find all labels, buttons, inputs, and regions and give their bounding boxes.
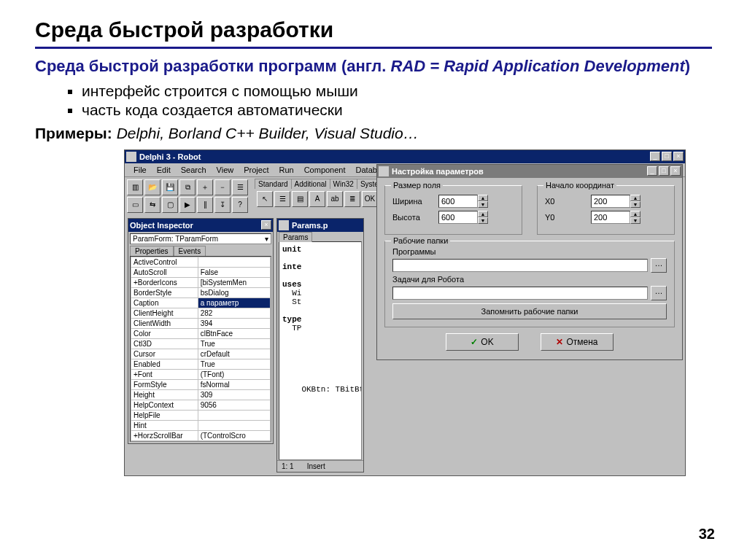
editor-statusbar: 1: 1 Insert xyxy=(277,460,363,472)
tb-help-icon[interactable]: ? xyxy=(232,197,248,213)
object-inspector: Object Inspector × ParamForm: TParamForm… xyxy=(128,218,274,444)
spin-down-icon[interactable]: ▼ xyxy=(630,217,640,224)
spin-up-icon[interactable]: ▲ xyxy=(478,195,488,201)
maximize-icon[interactable]: □ xyxy=(662,152,672,161)
property-row[interactable]: HelpFile xyxy=(131,410,271,420)
menu-view[interactable]: View xyxy=(212,165,239,175)
cancel-button[interactable]: ✕Отмена xyxy=(541,333,614,351)
tab-win32[interactable]: Win32 xyxy=(330,179,357,189)
property-row[interactable]: BorderStylebsDialog xyxy=(131,287,271,298)
spin-up-icon[interactable]: ▲ xyxy=(478,211,488,217)
inspector-title: Object Inspector xyxy=(130,221,261,230)
menu-run[interactable]: Run xyxy=(274,165,298,175)
form-max-icon[interactable]: □ xyxy=(659,166,669,176)
kw-interface: inte xyxy=(282,262,301,271)
code-area[interactable]: unit inte uses Wi St type TP OKBtn: TBit… xyxy=(279,241,362,460)
menu-component[interactable]: Component xyxy=(300,165,350,175)
chevron-down-icon[interactable]: ▾ xyxy=(265,235,268,243)
property-row[interactable]: Captionа параметр xyxy=(131,298,271,308)
property-row[interactable]: HelpContext9056 xyxy=(131,400,271,410)
browse-programs-button[interactable]: … xyxy=(651,258,667,273)
property-row[interactable]: +BorderIcons[biSystemMen xyxy=(131,277,271,287)
menu-project[interactable]: Project xyxy=(239,165,273,175)
tb-save-icon[interactable]: 💾 xyxy=(162,179,178,195)
kw-uses: uses xyxy=(282,280,301,289)
tab-additional[interactable]: Additional xyxy=(291,179,330,189)
pal-arrow-icon[interactable]: ↖ xyxy=(257,191,273,207)
tb-add-icon[interactable]: ＋ xyxy=(197,179,213,195)
input-tasks-path[interactable] xyxy=(392,287,648,300)
ide-titlebar[interactable]: Delphi 3 - Robot _ □ × xyxy=(125,150,685,163)
pal-edit-icon[interactable]: ab xyxy=(327,191,343,207)
property-row[interactable]: AutoScrollFalse xyxy=(131,267,271,277)
property-row[interactable]: ColorclBtnFace xyxy=(131,328,271,338)
spin-up-icon[interactable]: ▲ xyxy=(630,195,640,201)
inspector-combo[interactable]: ParamForm: TParamForm ▾ xyxy=(130,233,271,244)
tb-saveall-icon[interactable]: ⧉ xyxy=(179,179,196,195)
property-row[interactable]: +Font(TFont) xyxy=(131,369,271,379)
minimize-icon[interactable]: _ xyxy=(650,152,660,161)
form-close-icon[interactable]: × xyxy=(670,166,681,176)
tb-forms-icon[interactable]: ▭ xyxy=(127,197,143,213)
spin-down-icon[interactable]: ▼ xyxy=(478,217,488,224)
inspector-titlebar[interactable]: Object Inspector × xyxy=(128,219,273,232)
inspector-close-icon[interactable]: × xyxy=(261,220,271,230)
tab-standard[interactable]: Standard xyxy=(255,179,292,189)
menu-file[interactable]: File xyxy=(129,165,151,175)
menu-search[interactable]: Search xyxy=(177,165,211,175)
input-width[interactable] xyxy=(438,195,478,208)
property-row[interactable]: Height309 xyxy=(131,389,271,400)
label-height: Высота xyxy=(392,213,433,222)
tb-new-icon[interactable]: ▥ xyxy=(127,179,143,195)
group-origin: Начало координат X0 ▲▼ Y0 ▲▼ xyxy=(537,185,675,235)
form-title: Настройка параметров xyxy=(392,167,647,176)
form-min-icon[interactable]: _ xyxy=(647,166,657,176)
form-titlebar[interactable]: Настройка параметров _ □ × xyxy=(377,165,682,178)
browse-tasks-button[interactable]: … xyxy=(651,286,667,300)
inspector-combo-text: ParamForm: TParamForm xyxy=(133,235,218,243)
pal-popupmenu-icon[interactable]: ▤ xyxy=(292,191,308,207)
property-row[interactable]: ClientWidth394 xyxy=(131,318,271,328)
tb-pause-icon[interactable]: ‖ xyxy=(197,197,213,213)
spin-down-icon[interactable]: ▼ xyxy=(478,201,488,208)
form-designer-window[interactable]: Настройка параметров _ □ × Размер поля Ш… xyxy=(376,164,683,360)
tb-step-icon[interactable]: ↧ xyxy=(214,197,231,213)
property-row[interactable]: Ctl3DTrue xyxy=(131,338,271,349)
tb-units-icon[interactable]: ☰ xyxy=(232,179,248,195)
property-row[interactable]: Hint xyxy=(131,420,271,430)
editor-tab[interactable]: Params xyxy=(279,232,312,242)
input-height[interactable] xyxy=(438,211,478,224)
tb-remove-icon[interactable]: － xyxy=(214,179,231,195)
tb-open-icon[interactable]: 📂 xyxy=(144,179,160,195)
input-x0[interactable] xyxy=(591,195,630,208)
property-row[interactable]: EnabledTrue xyxy=(131,359,271,369)
spin-down-icon[interactable]: ▼ xyxy=(630,201,640,208)
property-row[interactable]: ClientHeight282 xyxy=(131,308,271,318)
property-row[interactable]: FormStylefsNormal xyxy=(131,379,271,389)
code-l2: St xyxy=(292,298,301,306)
spin-up-icon[interactable]: ▲ xyxy=(630,211,640,217)
tb-toggle-icon[interactable]: ⇆ xyxy=(144,197,160,213)
examples-label: Примеры: xyxy=(35,125,112,141)
input-y0[interactable] xyxy=(591,211,630,224)
ok-button[interactable]: ✓OK xyxy=(446,333,519,351)
tb-newform-icon[interactable]: ▢ xyxy=(162,197,178,213)
inspector-tabs[interactable]: Properties Events xyxy=(128,246,273,256)
app-icon xyxy=(126,152,136,162)
input-programs-path[interactable] xyxy=(392,259,648,272)
remember-folders-button[interactable]: Запомнить рабочие папки xyxy=(392,303,667,319)
tab-events[interactable]: Events xyxy=(174,246,206,256)
property-grid[interactable]: ActiveControlAutoScrollFalse+BorderIcons… xyxy=(130,256,271,442)
property-row[interactable]: CursorcrDefault xyxy=(131,349,271,359)
tb-run-icon[interactable]: ▶ xyxy=(179,197,196,213)
pal-label-icon[interactable]: A xyxy=(309,191,325,207)
close-icon[interactable]: × xyxy=(673,152,684,161)
pal-memo-icon[interactable]: ≣ xyxy=(344,191,360,207)
property-row[interactable]: +HorzScrollBar(TControlScro xyxy=(131,430,271,440)
tab-properties[interactable]: Properties xyxy=(130,246,174,256)
property-row[interactable]: ActiveControl xyxy=(131,257,271,267)
pal-mainmenu-icon[interactable]: ☰ xyxy=(274,191,290,207)
pal-button-icon[interactable]: OK xyxy=(362,191,378,207)
menu-edit[interactable]: Edit xyxy=(152,165,175,175)
editor-titlebar[interactable]: Params.p xyxy=(277,219,363,232)
